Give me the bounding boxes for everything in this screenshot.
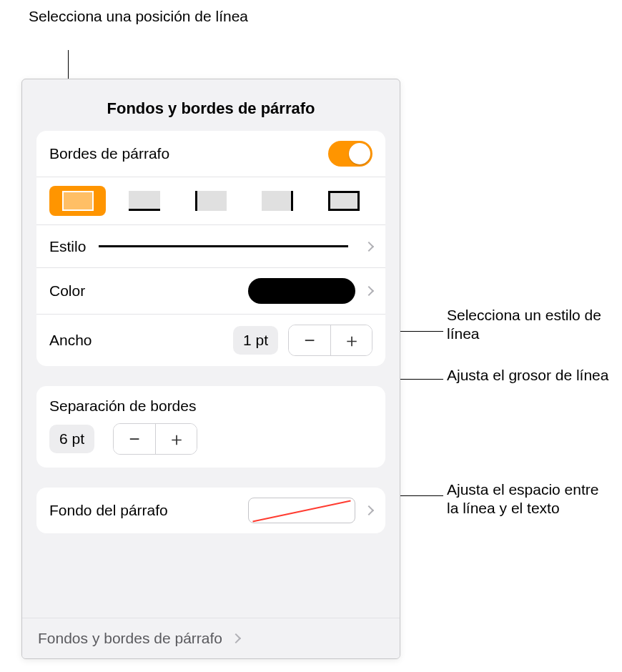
border-pos-bottom[interactable] bbox=[116, 186, 172, 216]
border-pos-box[interactable] bbox=[316, 186, 372, 216]
line-width-increment[interactable]: ＋ bbox=[330, 325, 372, 355]
border-all-icon bbox=[62, 191, 94, 211]
line-width-stepper: − ＋ bbox=[288, 325, 372, 356]
callout-line-width: Ajusta el grosor de línea bbox=[447, 366, 608, 385]
chevron-right-icon bbox=[364, 241, 374, 251]
paragraph-borders-label: Bordes de párrafo bbox=[49, 145, 328, 162]
line-style-preview bbox=[99, 245, 348, 247]
paragraph-bg-section: Fondo del párrafo bbox=[36, 488, 385, 533]
border-left-icon bbox=[195, 191, 227, 211]
line-style-row[interactable]: Estilo bbox=[36, 224, 385, 267]
panel-title: Fondos y bordes de párrafo bbox=[22, 79, 400, 131]
border-box-icon bbox=[328, 191, 360, 211]
line-width-decrement[interactable]: − bbox=[289, 325, 330, 355]
paragraph-borders-row: Bordes de párrafo bbox=[36, 131, 385, 177]
border-right-icon bbox=[262, 191, 293, 211]
border-offset-value[interactable]: 6 pt bbox=[49, 425, 94, 453]
line-color-label: Color bbox=[49, 282, 248, 300]
border-offset-controls: 6 pt − ＋ bbox=[36, 419, 385, 468]
line-color-swatch bbox=[248, 278, 355, 304]
border-offset-title: Separación de bordes bbox=[36, 386, 385, 419]
paragraph-bg-label: Fondo del párrafo bbox=[49, 502, 248, 519]
chevron-right-icon bbox=[231, 633, 241, 643]
line-width-row: Ancho 1 pt − ＋ bbox=[36, 314, 385, 366]
panel-footer-label: Fondos y bordes de párrafo bbox=[38, 630, 222, 647]
border-offset-section: Separación de bordes 6 pt − ＋ bbox=[36, 386, 385, 468]
line-width-label: Ancho bbox=[49, 332, 233, 349]
border-offset-increment[interactable]: ＋ bbox=[155, 424, 197, 454]
chevron-right-icon bbox=[364, 286, 374, 296]
line-width-value[interactable]: 1 pt bbox=[233, 326, 278, 355]
border-bottom-icon bbox=[129, 191, 160, 211]
callout-line-style: Selecciona un estilo de línea bbox=[447, 306, 622, 344]
callout-line-position: Selecciona una posición de línea bbox=[29, 7, 248, 26]
panel-footer-row[interactable]: Fondos y bordes de párrafo bbox=[22, 618, 400, 658]
paragraph-bg-swatch-none bbox=[248, 498, 355, 523]
borders-section: Bordes de párrafo Estilo bbox=[36, 131, 385, 366]
paragraph-bg-row[interactable]: Fondo del párrafo bbox=[36, 488, 385, 533]
line-color-row[interactable]: Color bbox=[36, 267, 385, 314]
border-position-segmented bbox=[36, 177, 385, 224]
borders-bg-panel: Fondos y bordes de párrafo Bordes de pár… bbox=[21, 79, 400, 659]
paragraph-borders-toggle[interactable] bbox=[328, 141, 372, 167]
border-pos-all[interactable] bbox=[49, 186, 106, 216]
line-style-label: Estilo bbox=[49, 238, 86, 255]
border-pos-left[interactable] bbox=[182, 186, 239, 216]
callout-border-offset: Ajusta el espacio entre la línea y el te… bbox=[447, 480, 611, 518]
chevron-right-icon bbox=[364, 505, 374, 515]
border-offset-decrement[interactable]: − bbox=[114, 424, 155, 454]
border-pos-right[interactable] bbox=[250, 186, 306, 216]
border-offset-stepper: − ＋ bbox=[113, 423, 197, 455]
